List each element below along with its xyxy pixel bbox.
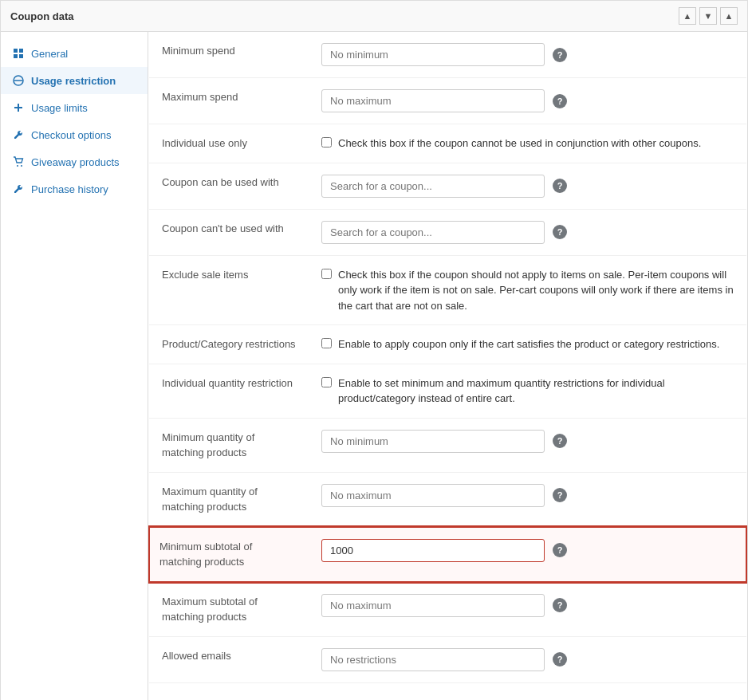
label-exclude-sale-items: Exclude sale items bbox=[149, 255, 309, 325]
product-category-restrictions-label: Enable to apply coupon only if the cart … bbox=[338, 336, 719, 352]
field-coupon-can-be-used-with: ? bbox=[309, 163, 746, 209]
field-with-help: ? bbox=[321, 221, 734, 244]
main-layout: General Usage restriction bbox=[1, 32, 747, 700]
minimum-subtotal-matching-input[interactable] bbox=[321, 539, 545, 562]
sidebar-item-giveaway-products[interactable]: Giveaway products bbox=[1, 148, 148, 175]
minimum-subtotal-matching-help-icon[interactable]: ? bbox=[553, 543, 567, 557]
allowed-emails-help-icon[interactable]: ? bbox=[553, 652, 567, 667]
table-row: Individual use only Check this box if th… bbox=[149, 124, 746, 163]
label-product-category-restrictions: Product/Category restrictions bbox=[149, 325, 309, 364]
exclude-sale-items-checkbox[interactable] bbox=[321, 269, 332, 279]
block-icon bbox=[12, 74, 25, 87]
title-bar: Coupon data ▲ ▼ ▲ bbox=[1, 1, 747, 32]
svg-rect-1 bbox=[19, 49, 23, 53]
checkbox-row: Check this box if the coupon should not … bbox=[321, 267, 734, 314]
field-individual-use-only: Check this box if the coupon cannot be u… bbox=[309, 124, 746, 163]
field-exclude-sale-items: Check this box if the coupon should not … bbox=[309, 255, 746, 325]
table-row: Minimum quantity of matching products ? bbox=[149, 418, 746, 472]
maximum-subtotal-matching-help-icon[interactable]: ? bbox=[553, 598, 567, 612]
field-maximum-spend: ? bbox=[309, 78, 746, 124]
title-bar-controls: ▲ ▼ ▲ bbox=[679, 7, 738, 25]
history-icon bbox=[12, 183, 25, 195]
title-bar-up-btn[interactable]: ▲ bbox=[679, 7, 696, 25]
wrench-icon bbox=[12, 128, 25, 141]
field-with-help: ? bbox=[321, 175, 734, 198]
table-row: Product/Category restrictions Enable to … bbox=[149, 325, 746, 364]
title-bar-down-btn[interactable]: ▼ bbox=[699, 7, 717, 25]
checkbox-row: Enable to set minimum and maximum quanti… bbox=[321, 376, 734, 407]
label-maximum-subtotal-matching: Maximum subtotal of matching products bbox=[149, 582, 309, 637]
individual-use-only-checkbox[interactable] bbox=[321, 137, 332, 147]
coupon-data-window: Coupon data ▲ ▼ ▲ General bbox=[0, 0, 748, 700]
allowed-emails-input[interactable] bbox=[321, 648, 545, 671]
label-individual-use-only: Individual use only bbox=[149, 124, 309, 163]
field-maximum-quantity-matching: ? bbox=[309, 472, 746, 527]
maximum-spend-input[interactable] bbox=[321, 89, 545, 112]
sidebar-item-usage-restriction[interactable]: Usage restriction bbox=[1, 67, 148, 94]
sidebar-item-purchase-history[interactable]: Purchase history bbox=[1, 175, 148, 203]
title-bar-expand-btn[interactable]: ▲ bbox=[720, 7, 738, 25]
grid-icon bbox=[12, 47, 25, 60]
sidebar: General Usage restriction bbox=[1, 32, 148, 700]
field-with-help: ? bbox=[321, 89, 734, 112]
sidebar-label-general: General bbox=[31, 48, 68, 60]
table-row: Maximum subtotal of matching products ? bbox=[149, 582, 746, 637]
plus-icon bbox=[12, 101, 25, 114]
content-area: Minimum spend ? Maximum spend bbox=[148, 32, 747, 700]
maximum-quantity-matching-help-icon[interactable]: ? bbox=[553, 488, 567, 502]
checkbox-row: Check this box if the coupon cannot be u… bbox=[321, 136, 734, 151]
product-category-restrictions-checkbox[interactable] bbox=[321, 338, 332, 348]
field-with-help: ? bbox=[321, 539, 733, 562]
individual-quantity-restriction-label: Enable to set minimum and maximum quanti… bbox=[338, 376, 734, 407]
label-minimum-quantity-matching: Minimum quantity of matching products bbox=[149, 418, 309, 472]
field-with-help: ? bbox=[321, 43, 734, 66]
field-minimum-subtotal-matching: ? bbox=[309, 527, 746, 582]
field-maximum-subtotal-matching: ? bbox=[309, 582, 746, 637]
svg-rect-2 bbox=[14, 54, 18, 58]
svg-point-8 bbox=[17, 165, 18, 167]
minimum-spend-help-icon[interactable]: ? bbox=[553, 48, 567, 62]
window-title: Coupon data bbox=[10, 10, 73, 22]
label-coupon-cant-be-used-with: Coupon can't be used with bbox=[149, 209, 309, 255]
coupon-cant-be-used-with-help-icon[interactable]: ? bbox=[553, 225, 567, 239]
sidebar-label-usage-restriction: Usage restriction bbox=[31, 75, 116, 87]
field-with-help: ? bbox=[321, 594, 734, 617]
field-allowed-emails: ? bbox=[309, 636, 746, 682]
table-row: Allowed emails ? bbox=[149, 636, 746, 682]
sidebar-item-usage-limits[interactable]: Usage limits bbox=[1, 94, 148, 121]
label-minimum-subtotal-matching: Minimum subtotal of matching products bbox=[149, 527, 309, 582]
sidebar-label-giveaway-products: Giveaway products bbox=[31, 156, 120, 168]
coupon-can-be-used-with-input[interactable] bbox=[321, 175, 545, 198]
maximum-subtotal-matching-input[interactable] bbox=[321, 594, 545, 617]
label-allowed-emails: Allowed emails bbox=[149, 636, 309, 682]
field-with-help: ? bbox=[321, 430, 734, 453]
minimum-spend-input[interactable] bbox=[321, 43, 545, 66]
field-product-category-restrictions: Enable to apply coupon only if the cart … bbox=[309, 325, 746, 364]
minimum-quantity-matching-input[interactable] bbox=[321, 430, 545, 453]
coupon-can-be-used-with-help-icon[interactable]: ? bbox=[553, 179, 567, 193]
individual-use-only-label: Check this box if the coupon cannot be u… bbox=[338, 136, 701, 151]
coupon-cant-be-used-with-input[interactable] bbox=[321, 221, 545, 244]
label-maximum-spend: Maximum spend bbox=[149, 78, 309, 124]
table-row: Minimum spend ? bbox=[149, 32, 746, 78]
checkbox-row: Enable to apply coupon only if the cart … bbox=[321, 336, 734, 352]
individual-quantity-restriction-checkbox[interactable] bbox=[321, 377, 332, 387]
table-row: Coupon can be used with ? bbox=[149, 163, 746, 209]
svg-rect-3 bbox=[19, 54, 23, 58]
table-row: Maximum spend ? bbox=[149, 78, 746, 124]
sidebar-item-checkout-options[interactable]: Checkout options bbox=[1, 121, 148, 148]
maximum-spend-help-icon[interactable]: ? bbox=[553, 94, 567, 108]
field-with-help: ? bbox=[321, 484, 734, 507]
svg-point-9 bbox=[21, 165, 22, 167]
cart-icon bbox=[12, 155, 25, 168]
label-coupon-can-be-used-with: Coupon can be used with bbox=[149, 163, 309, 209]
field-coupon-cant-be-used-with: ? bbox=[309, 209, 746, 255]
sidebar-label-purchase-history: Purchase history bbox=[31, 183, 108, 195]
maximum-quantity-matching-input[interactable] bbox=[321, 484, 545, 507]
sidebar-label-checkout-options: Checkout options bbox=[31, 129, 111, 141]
minimum-quantity-matching-help-icon[interactable]: ? bbox=[553, 434, 567, 448]
table-row: Maximum quantity of matching products ? bbox=[149, 472, 746, 527]
sidebar-item-general[interactable]: General bbox=[1, 40, 148, 67]
label-individual-quantity-restriction: Individual quantity restriction bbox=[149, 364, 309, 418]
table-row: Minimum subtotal of matching products ? bbox=[149, 527, 746, 582]
